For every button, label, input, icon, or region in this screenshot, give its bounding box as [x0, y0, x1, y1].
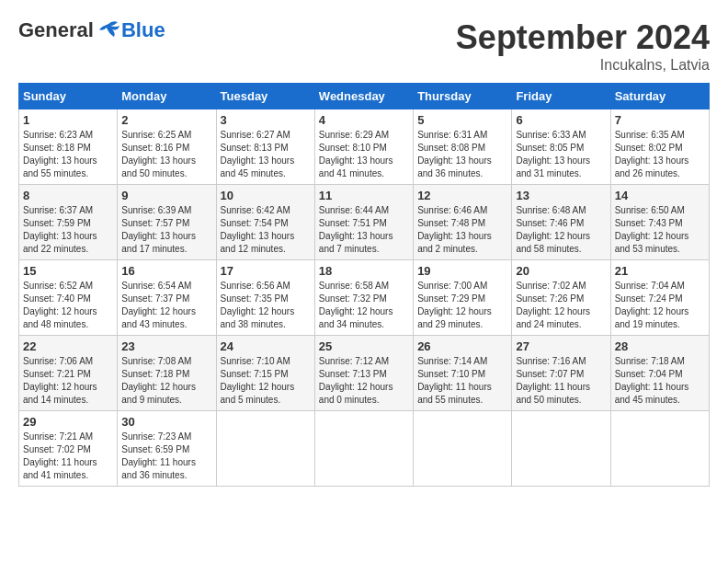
day-number: 22 [23, 339, 113, 353]
calendar-cell: 8 Sunrise: 6:37 AM Sunset: 7:59 PM Dayli… [19, 185, 118, 260]
col-monday: Monday [118, 84, 216, 109]
day-number: 16 [121, 264, 211, 278]
day-number: 15 [23, 264, 113, 278]
calendar-week-row: 22 Sunrise: 7:06 AM Sunset: 7:21 PM Dayl… [19, 336, 710, 411]
day-info: Sunrise: 7:18 AM Sunset: 7:04 PM Dayligh… [615, 355, 705, 407]
calendar-cell: 26 Sunrise: 7:14 AM Sunset: 7:10 PM Dayl… [414, 336, 512, 411]
day-number: 10 [221, 189, 311, 202]
day-info: Sunrise: 7:08 AM Sunset: 7:18 PM Dayligh… [121, 355, 211, 407]
day-number: 30 [121, 415, 211, 429]
day-info: Sunrise: 6:31 AM Sunset: 8:08 PM Dayligh… [417, 129, 507, 180]
col-wednesday: Wednesday [314, 84, 413, 109]
day-number: 28 [615, 339, 705, 353]
day-info: Sunrise: 7:04 AM Sunset: 7:24 PM Dayligh… [615, 280, 705, 331]
calendar-cell: 18 Sunrise: 6:58 AM Sunset: 7:32 PM Dayl… [314, 260, 413, 336]
day-number: 13 [516, 189, 606, 202]
calendar-cell: 6 Sunrise: 6:33 AM Sunset: 8:05 PM Dayli… [512, 109, 610, 185]
calendar-cell: 25 Sunrise: 7:12 AM Sunset: 7:13 PM Dayl… [314, 336, 413, 411]
calendar-cell: 21 Sunrise: 7:04 AM Sunset: 7:24 PM Dayl… [610, 260, 709, 336]
day-info: Sunrise: 6:29 AM Sunset: 8:10 PM Dayligh… [319, 129, 409, 180]
day-info: Sunrise: 6:25 AM Sunset: 8:16 PM Dayligh… [121, 129, 211, 180]
calendar-header-row: Sunday Monday Tuesday Wednesday Thursday… [19, 84, 710, 109]
calendar-cell: 28 Sunrise: 7:18 AM Sunset: 7:04 PM Dayl… [610, 336, 709, 411]
day-info: Sunrise: 6:23 AM Sunset: 8:18 PM Dayligh… [23, 129, 113, 180]
calendar-cell [314, 411, 413, 487]
day-info: Sunrise: 6:58 AM Sunset: 7:32 PM Dayligh… [319, 280, 409, 331]
day-info: Sunrise: 7:12 AM Sunset: 7:13 PM Dayligh… [319, 355, 409, 407]
day-info: Sunrise: 7:02 AM Sunset: 7:26 PM Dayligh… [516, 280, 606, 331]
day-number: 27 [516, 339, 606, 353]
calendar-cell: 29 Sunrise: 7:21 AM Sunset: 7:02 PM Dayl… [19, 411, 118, 487]
calendar-week-row: 8 Sunrise: 6:37 AM Sunset: 7:59 PM Dayli… [19, 185, 710, 260]
day-number: 3 [221, 113, 311, 127]
day-info: Sunrise: 6:44 AM Sunset: 7:51 PM Dayligh… [319, 204, 409, 256]
location: Incukalns, Latvia [456, 57, 710, 74]
calendar-cell: 24 Sunrise: 7:10 AM Sunset: 7:15 PM Dayl… [216, 336, 314, 411]
day-number: 24 [221, 339, 311, 353]
calendar-cell: 4 Sunrise: 6:29 AM Sunset: 8:10 PM Dayli… [314, 109, 413, 185]
day-number: 4 [319, 113, 409, 127]
title-block: September 2024 Incukalns, Latvia [456, 18, 710, 74]
calendar-week-row: 15 Sunrise: 6:52 AM Sunset: 7:40 PM Dayl… [19, 260, 710, 336]
calendar-cell: 22 Sunrise: 7:06 AM Sunset: 7:21 PM Dayl… [19, 336, 118, 411]
day-number: 23 [121, 339, 211, 353]
calendar-table: Sunday Monday Tuesday Wednesday Thursday… [18, 83, 710, 487]
day-info: Sunrise: 6:37 AM Sunset: 7:59 PM Dayligh… [23, 204, 113, 256]
calendar-cell: 30 Sunrise: 7:23 AM Sunset: 6:59 PM Dayl… [118, 411, 216, 487]
day-number: 11 [319, 189, 409, 202]
day-number: 1 [23, 113, 113, 127]
calendar-cell: 14 Sunrise: 6:50 AM Sunset: 7:43 PM Dayl… [610, 185, 709, 260]
day-info: Sunrise: 7:06 AM Sunset: 7:21 PM Dayligh… [23, 355, 113, 407]
calendar-cell: 3 Sunrise: 6:27 AM Sunset: 8:13 PM Dayli… [216, 109, 314, 185]
calendar-cell: 12 Sunrise: 6:46 AM Sunset: 7:48 PM Dayl… [414, 185, 512, 260]
calendar-cell: 27 Sunrise: 7:16 AM Sunset: 7:07 PM Dayl… [512, 336, 610, 411]
logo-general: General [18, 18, 94, 42]
calendar-cell: 7 Sunrise: 6:35 AM Sunset: 8:02 PM Dayli… [610, 109, 709, 185]
logo-blue: Blue [121, 18, 165, 42]
day-info: Sunrise: 6:42 AM Sunset: 7:54 PM Dayligh… [221, 204, 311, 256]
calendar-cell: 17 Sunrise: 6:56 AM Sunset: 7:35 PM Dayl… [216, 260, 314, 336]
day-info: Sunrise: 6:33 AM Sunset: 8:05 PM Dayligh… [516, 129, 606, 180]
calendar-cell: 1 Sunrise: 6:23 AM Sunset: 8:18 PM Dayli… [19, 109, 118, 185]
day-number: 12 [417, 189, 507, 202]
day-number: 14 [615, 189, 705, 202]
day-info: Sunrise: 6:39 AM Sunset: 7:57 PM Dayligh… [121, 204, 211, 256]
day-number: 21 [615, 264, 705, 278]
col-sunday: Sunday [19, 84, 118, 109]
logo-bird-icon [96, 20, 121, 40]
day-info: Sunrise: 6:48 AM Sunset: 7:46 PM Dayligh… [516, 204, 606, 256]
day-number: 6 [516, 113, 606, 127]
day-info: Sunrise: 6:54 AM Sunset: 7:37 PM Dayligh… [121, 280, 211, 331]
calendar-cell [512, 411, 610, 487]
day-number: 8 [23, 189, 113, 202]
calendar-cell: 5 Sunrise: 6:31 AM Sunset: 8:08 PM Dayli… [414, 109, 512, 185]
day-number: 29 [23, 415, 113, 429]
day-info: Sunrise: 6:46 AM Sunset: 7:48 PM Dayligh… [417, 204, 507, 256]
calendar-cell [216, 411, 314, 487]
calendar-cell: 15 Sunrise: 6:52 AM Sunset: 7:40 PM Dayl… [19, 260, 118, 336]
day-number: 26 [417, 339, 507, 353]
day-info: Sunrise: 7:21 AM Sunset: 7:02 PM Dayligh… [23, 431, 113, 482]
day-info: Sunrise: 7:14 AM Sunset: 7:10 PM Dayligh… [417, 355, 507, 407]
calendar-cell: 16 Sunrise: 6:54 AM Sunset: 7:37 PM Dayl… [118, 260, 216, 336]
day-info: Sunrise: 7:23 AM Sunset: 6:59 PM Dayligh… [121, 431, 211, 482]
day-info: Sunrise: 6:27 AM Sunset: 8:13 PM Dayligh… [221, 129, 311, 180]
day-number: 19 [417, 264, 507, 278]
day-number: 5 [417, 113, 507, 127]
day-number: 7 [615, 113, 705, 127]
day-number: 18 [319, 264, 409, 278]
day-info: Sunrise: 7:16 AM Sunset: 7:07 PM Dayligh… [516, 355, 606, 407]
col-thursday: Thursday [414, 84, 512, 109]
page-header: General Blue September 2024 Incukalns, L… [18, 18, 710, 74]
calendar-cell: 9 Sunrise: 6:39 AM Sunset: 7:57 PM Dayli… [118, 185, 216, 260]
day-number: 17 [221, 264, 311, 278]
logo-text: General Blue [18, 18, 165, 42]
day-number: 20 [516, 264, 606, 278]
day-info: Sunrise: 7:10 AM Sunset: 7:15 PM Dayligh… [221, 355, 311, 407]
calendar-cell: 13 Sunrise: 6:48 AM Sunset: 7:46 PM Dayl… [512, 185, 610, 260]
calendar-cell: 2 Sunrise: 6:25 AM Sunset: 8:16 PM Dayli… [118, 109, 216, 185]
logo: General Blue [18, 18, 165, 42]
col-saturday: Saturday [610, 84, 709, 109]
calendar-cell: 11 Sunrise: 6:44 AM Sunset: 7:51 PM Dayl… [314, 185, 413, 260]
calendar-cell [610, 411, 709, 487]
